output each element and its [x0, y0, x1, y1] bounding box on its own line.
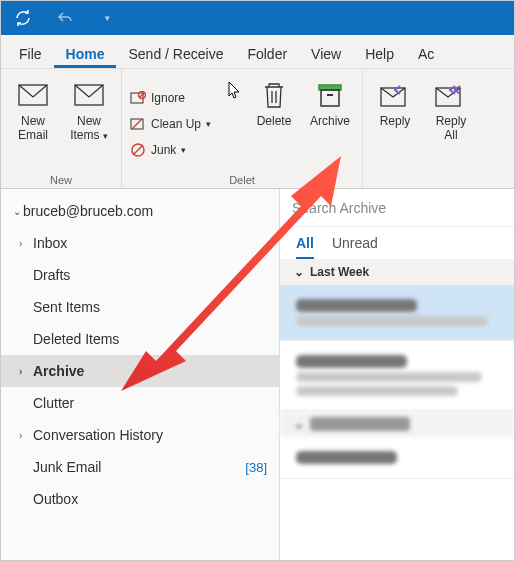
delete-button[interactable]: Delete — [250, 75, 298, 172]
customize-dropdown-icon[interactable]: ▾ — [97, 8, 117, 28]
ignore-button[interactable]: Ignore — [130, 87, 220, 109]
ribbon-group-respond: Reply Reply All — [363, 69, 483, 188]
menu-bar: File Home Send / Receive Folder View Hel… — [1, 35, 514, 69]
new-items-button[interactable]: New Items ▾ — [65, 75, 113, 172]
archive-button[interactable]: Archive — [306, 75, 354, 172]
nav-sent[interactable]: Sent Items — [1, 291, 279, 323]
undo-icon[interactable] — [55, 8, 75, 28]
chevron-right-icon: › — [19, 430, 22, 441]
nav-account[interactable]: ⌄bruceb@bruceb.com — [1, 195, 279, 227]
nav-archive[interactable]: ›Archive — [1, 355, 279, 387]
chevron-down-icon: ▾ — [181, 145, 186, 155]
search-input[interactable]: Search Archive — [280, 189, 514, 227]
chevron-down-icon: ⌄ — [294, 417, 304, 431]
quick-access-toolbar: ▾ — [1, 1, 514, 35]
reply-all-button[interactable]: Reply All — [427, 75, 475, 172]
message-item[interactable] — [280, 341, 514, 411]
reply-icon — [380, 79, 410, 111]
ignore-icon — [130, 91, 146, 105]
archive-icon — [316, 79, 344, 111]
chevron-down-icon: ▾ — [206, 119, 211, 129]
chevron-down-icon: ⌄ — [294, 265, 304, 279]
folder-nav: ⌄bruceb@bruceb.com ›Inbox Drafts Sent It… — [1, 189, 279, 560]
nav-drafts[interactable]: Drafts — [1, 259, 279, 291]
group-header[interactable]: ⌄Three Weeks Ago — [280, 411, 514, 437]
message-item[interactable] — [280, 437, 514, 479]
svg-line-6 — [132, 119, 142, 129]
chevron-right-icon: › — [19, 238, 22, 249]
chevron-down-icon: ▾ — [103, 131, 108, 141]
envelope-icon — [18, 79, 48, 111]
ribbon-group-new: New Email New Items ▾ New — [1, 69, 122, 188]
reply-all-icon — [435, 79, 467, 111]
ribbon-group-label-delete: Delet — [130, 172, 354, 186]
nav-clutter[interactable]: Clutter — [1, 387, 279, 419]
menu-view[interactable]: View — [299, 40, 353, 68]
trash-icon — [261, 79, 287, 111]
ribbon-group-delete: Ignore Clean Up▾ Junk▾ Delete Archive — [122, 69, 363, 188]
cursor-icon — [228, 81, 242, 99]
nav-conversation-history[interactable]: ›Conversation History — [1, 419, 279, 451]
reply-button[interactable]: Reply — [371, 75, 419, 172]
svg-line-8 — [133, 145, 143, 155]
menu-account[interactable]: Ac — [406, 40, 446, 68]
cleanup-button[interactable]: Clean Up▾ — [130, 113, 220, 135]
menu-home[interactable]: Home — [54, 40, 117, 68]
filter-unread[interactable]: Unread — [332, 235, 378, 259]
cleanup-icon — [130, 117, 146, 131]
group-header-lastweek[interactable]: ⌄Last Week — [280, 259, 514, 285]
menu-help[interactable]: Help — [353, 40, 406, 68]
chevron-down-icon: ⌄ — [13, 206, 21, 217]
nav-outbox[interactable]: Outbox — [1, 483, 279, 515]
menu-folder[interactable]: Folder — [235, 40, 299, 68]
envelope-icon — [74, 79, 104, 111]
new-email-button[interactable]: New Email — [9, 75, 57, 172]
nav-inbox[interactable]: ›Inbox — [1, 227, 279, 259]
filter-all[interactable]: All — [296, 235, 314, 259]
message-item[interactable] — [280, 285, 514, 341]
filter-bar: All Unread — [280, 227, 514, 259]
chevron-right-icon: › — [19, 366, 22, 377]
menu-file[interactable]: File — [7, 40, 54, 68]
message-list: Search Archive All Unread ⌄Last Week ⌄Th… — [279, 189, 514, 560]
junk-button[interactable]: Junk▾ — [130, 139, 220, 161]
menu-send-receive[interactable]: Send / Receive — [116, 40, 235, 68]
ribbon: New Email New Items ▾ New Ignore Clean U… — [1, 69, 514, 189]
nav-junk[interactable]: Junk Email[38] — [1, 451, 279, 483]
junk-icon — [130, 142, 146, 158]
content-area: ⌄bruceb@bruceb.com ›Inbox Drafts Sent It… — [1, 189, 514, 560]
nav-deleted[interactable]: Deleted Items — [1, 323, 279, 355]
sync-icon[interactable] — [13, 8, 33, 28]
svg-rect-10 — [321, 90, 339, 106]
ribbon-group-label-new: New — [9, 172, 113, 186]
